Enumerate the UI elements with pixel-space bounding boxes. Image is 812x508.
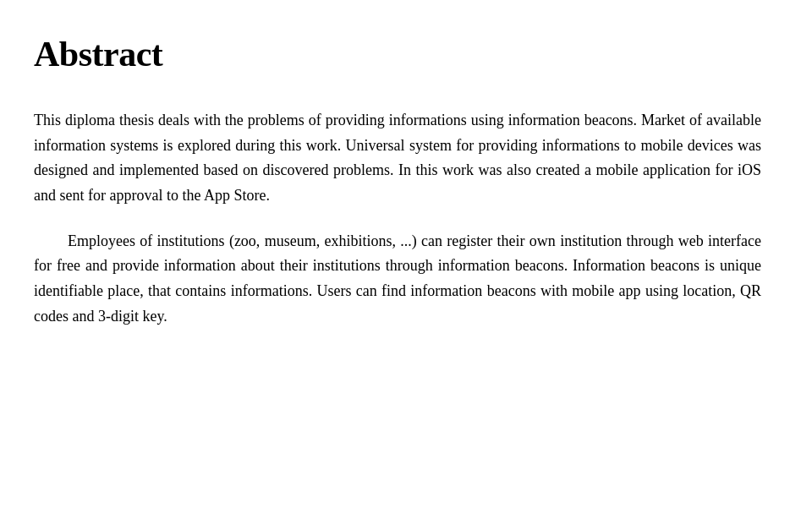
paragraph-2: Employees of institutions (zoo, museum, … <box>34 229 761 330</box>
abstract-body: This diploma thesis deals with the probl… <box>34 108 761 330</box>
page-title: Abstract <box>34 34 761 74</box>
paragraph-1: This diploma thesis deals with the probl… <box>34 108 761 209</box>
